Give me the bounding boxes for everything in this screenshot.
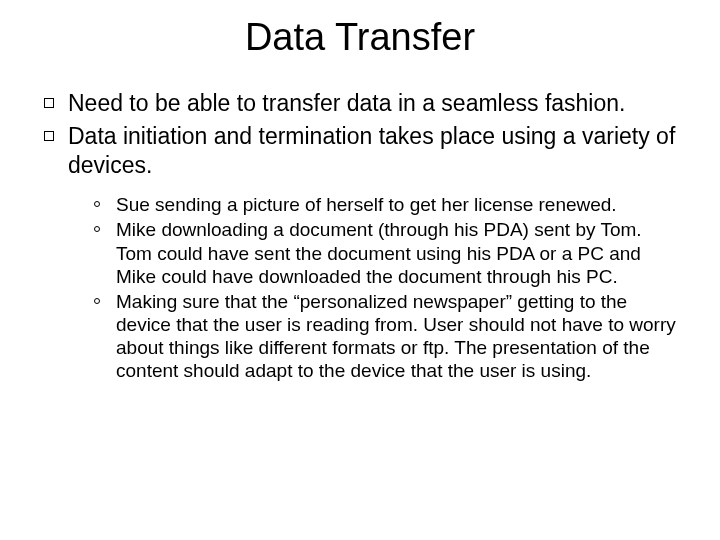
list-item: Mike downloading a document (through his… [88, 218, 680, 288]
list-item: Making sure that the “personalized newsp… [88, 290, 680, 383]
list-item: Sue sending a picture of herself to get … [88, 193, 680, 216]
list-item: Data initiation and termination takes pl… [40, 122, 680, 180]
main-bullet-list: Need to be able to transfer data in a se… [40, 89, 680, 179]
sub-bullet-list: Sue sending a picture of herself to get … [88, 193, 680, 382]
slide: Data Transfer Need to be able to transfe… [0, 0, 720, 540]
slide-title: Data Transfer [30, 16, 690, 59]
list-item: Need to be able to transfer data in a se… [40, 89, 680, 118]
